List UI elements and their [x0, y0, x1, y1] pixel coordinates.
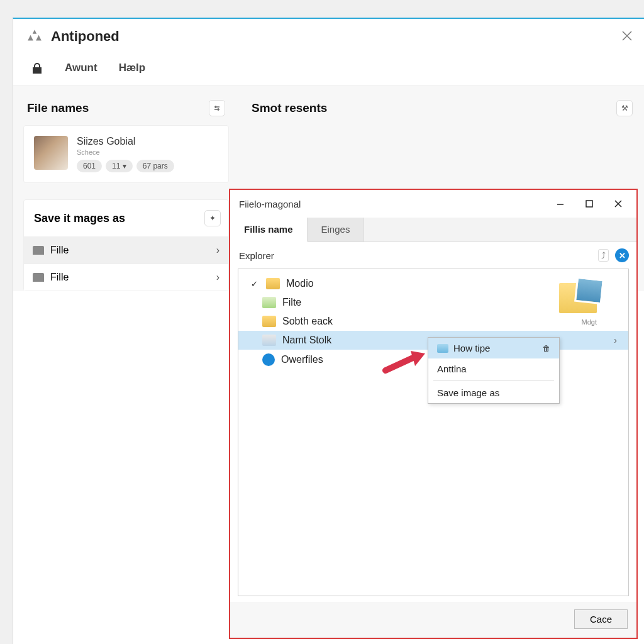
circle-icon — [262, 353, 275, 366]
section-settings-icon[interactable] — [209, 100, 225, 116]
folder-icon — [33, 273, 44, 282]
folder-tree: Mdgt ✓ Modio Filte Sobth eack Namt Stolk… — [238, 269, 629, 596]
folder-icon — [262, 316, 276, 327]
chevron-right-icon: › — [216, 245, 219, 256]
profile-name: Siizes Gobial — [77, 136, 174, 147]
folder-icon — [33, 246, 44, 255]
file-dialog: Fiielo-magonal Fillis name Einges Explor… — [229, 189, 638, 639]
chevron-right-icon: › — [614, 335, 617, 345]
check-icon: ✓ — [251, 279, 260, 289]
save-item-label: Fille — [50, 245, 69, 256]
recents-title: Smot resents — [252, 101, 327, 115]
profile-subtitle: Schece — [77, 148, 174, 156]
save-card: Save it mages as ✦ Fille › Fille › — [23, 199, 229, 291]
context-item-label: Save image as — [437, 387, 499, 398]
tab-fills-name[interactable]: Fillis name — [230, 218, 308, 242]
save-item[interactable]: Fille › — [24, 264, 228, 291]
pill[interactable]: 67 pars — [136, 160, 174, 172]
context-item-save-image-as[interactable]: Save image as — [428, 382, 559, 403]
recents-settings-icon[interactable]: ⚒ — [616, 100, 633, 116]
avatar — [34, 136, 68, 170]
tree-item-label: Owerfiles — [281, 354, 323, 365]
context-item-label: How tipe — [453, 343, 490, 353]
tree-item-label: Filte — [282, 297, 301, 308]
svg-rect-0 — [33, 68, 42, 74]
context-item-how-tipe[interactable]: How tipe 🗑 — [428, 338, 559, 358]
tab-einges[interactable]: Einges — [308, 218, 365, 242]
left-column: File names Siizes Gobial Schece 601 11 ▾… — [13, 86, 236, 291]
toolbar: Awunt Hælp — [13, 54, 644, 86]
save-item[interactable]: Fille › — [24, 236, 228, 264]
app-logo-icon — [26, 28, 43, 45]
lock-icon — [31, 62, 43, 74]
pill-row: 601 11 ▾ 67 pars — [77, 160, 174, 172]
minimize-button[interactable] — [546, 195, 575, 213]
folder-preview-icon — [559, 275, 603, 319]
save-add-icon[interactable]: ✦ — [204, 210, 221, 226]
main-titlebar: Antiponed — [13, 19, 644, 54]
folder-icon — [437, 344, 448, 353]
pill[interactable]: 601 — [77, 160, 102, 172]
dialog-title: Fiielo-magonal — [239, 199, 301, 209]
context-item-label: Anttlna — [437, 364, 467, 374]
file-names-title: File names — [27, 101, 89, 115]
trash-icon: 🗑 — [543, 344, 550, 353]
maximize-button[interactable] — [575, 195, 604, 213]
dialog-footer: Cace — [230, 602, 636, 638]
profile-card: Siizes Gobial Schece 601 11 ▾ 67 pars — [23, 125, 229, 183]
dialog-tabs: Fillis name Einges — [230, 218, 636, 242]
chevron-right-icon: › — [216, 272, 219, 283]
tree-item-label: Modio — [286, 278, 314, 289]
main-close-icon[interactable] — [621, 30, 633, 45]
cancel-button[interactable]: Cace — [574, 609, 628, 629]
tree-item-label: Sobth eack — [282, 316, 333, 327]
save-as-title: Save it mages as — [34, 212, 125, 225]
explorer-label: Explorer — [239, 250, 274, 261]
pill[interactable]: 11 ▾ — [106, 160, 133, 172]
separator — [433, 380, 554, 381]
app-title: Antiponed — [51, 28, 119, 45]
context-item-anttlna[interactable]: Anttlna — [428, 358, 559, 379]
toolbar-help[interactable]: Hælp — [119, 62, 146, 74]
tree-item-label: Namt Stolk — [282, 335, 331, 346]
dialog-titlebar: Fiielo-magonal — [230, 190, 636, 218]
folder-preview-label: Mdgt — [582, 318, 597, 326]
close-button[interactable] — [604, 195, 633, 213]
folder-icon — [266, 278, 280, 289]
new-folder-icon[interactable]: ⤴ — [598, 249, 609, 262]
context-menu: How tipe 🗑 Anttlna Save image as — [428, 337, 560, 404]
toolbar-account[interactable]: Awunt — [65, 62, 97, 74]
library-icon — [262, 297, 276, 308]
svg-rect-2 — [586, 201, 592, 207]
document-folder-icon — [262, 335, 276, 346]
save-item-label: Fille — [50, 272, 69, 283]
close-circle-icon[interactable]: ✕ — [615, 248, 629, 262]
